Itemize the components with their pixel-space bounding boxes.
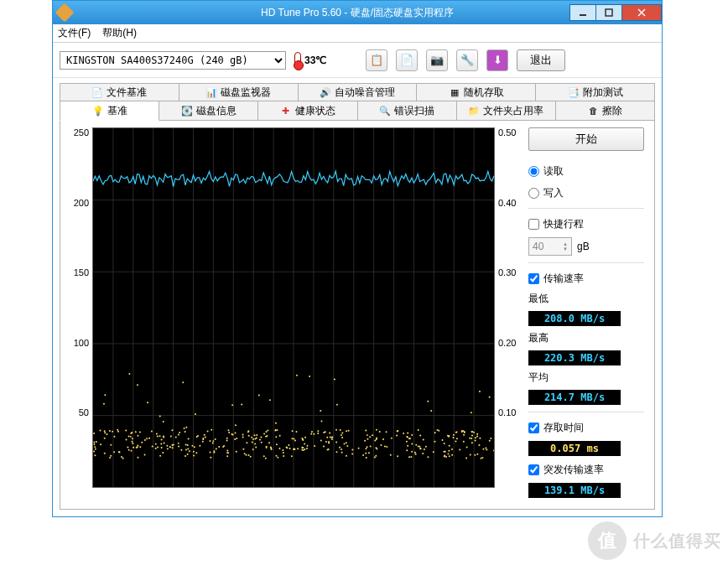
tab-aam[interactable]: 🔊自动噪音管理	[298, 83, 418, 101]
tab-folder-usage[interactable]: 📁文件夹占用率	[456, 101, 556, 121]
svg-point-421	[344, 443, 346, 445]
svg-point-308	[283, 452, 284, 454]
svg-point-368	[463, 441, 465, 443]
side-panel: 开始 读取 写入 快捷行程 40▲▼ gB 传输速率 最低 208.0 MB/s…	[525, 127, 647, 502]
tab-disk-info[interactable]: 💽磁盘信息	[159, 101, 258, 121]
tab-error-scan[interactable]: 🔍错误扫描	[357, 101, 457, 121]
svg-point-66	[442, 439, 444, 441]
svg-point-270	[430, 410, 432, 412]
svg-point-349	[157, 436, 159, 438]
svg-point-378	[188, 438, 190, 439]
svg-point-168	[485, 447, 486, 448]
copy-info-button[interactable]: 📋	[366, 49, 387, 71]
svg-point-85	[113, 451, 115, 453]
svg-point-127	[159, 435, 161, 437]
svg-point-144	[336, 404, 338, 406]
temperature-value: 33℃	[304, 54, 326, 66]
maximize-button[interactable]	[595, 4, 622, 21]
access-time-checkbox[interactable]	[528, 422, 539, 433]
svg-point-104	[346, 442, 347, 443]
svg-point-324	[419, 446, 421, 448]
svg-point-152	[403, 433, 404, 434]
svg-point-74	[187, 444, 189, 446]
svg-point-34	[369, 436, 371, 438]
thermometer-icon	[294, 52, 301, 69]
read-radio[interactable]	[528, 166, 539, 177]
svg-point-321	[456, 438, 458, 439]
menu-help[interactable]: 帮助(H)	[102, 26, 137, 40]
tab-file-benchmark[interactable]: 📄文件基准	[60, 83, 179, 101]
svg-point-215	[184, 428, 185, 429]
drive-select[interactable]: KINGSTON SA400S37240G (240 gB)	[60, 51, 286, 70]
svg-point-345	[271, 448, 273, 450]
short-stroke-unit: gB	[577, 241, 590, 252]
svg-point-398	[180, 449, 182, 451]
svg-point-360	[418, 446, 419, 448]
svg-point-414	[448, 450, 450, 452]
tab-benchmark[interactable]: 💡基准	[60, 101, 159, 121]
svg-point-336	[375, 455, 377, 457]
tab-row-1: 📄文件基准 📊磁盘监视器 🔊自动噪音管理 ▦随机存取 📑附加测试	[60, 83, 655, 101]
tab-extra-tests[interactable]: 📑附加测试	[535, 83, 655, 101]
svg-point-230	[469, 438, 471, 439]
screenshot-button[interactable]: 📷	[426, 49, 448, 71]
svg-point-364	[204, 434, 205, 436]
svg-point-410	[104, 430, 106, 432]
burst-rate-checkbox[interactable]	[528, 464, 539, 475]
write-radio[interactable]	[528, 188, 539, 199]
svg-point-149	[146, 438, 148, 439]
minimize-button[interactable]	[569, 4, 596, 21]
svg-point-146	[110, 455, 112, 457]
short-stroke-checkbox[interactable]	[528, 219, 539, 230]
svg-point-134	[419, 434, 421, 436]
tab-erase[interactable]: 🗑擦除	[555, 101, 655, 121]
svg-point-313	[334, 379, 335, 381]
transfer-rate-checkbox[interactable]	[528, 273, 539, 284]
app-window: HD Tune Pro 5.60 - 硬盘/固态硬盘实用程序 文件(F) 帮助(…	[52, 0, 663, 517]
svg-point-198	[328, 448, 330, 450]
copy-screenshot-button[interactable]: 📄	[396, 49, 418, 71]
close-button[interactable]	[621, 4, 662, 21]
svg-point-380	[490, 438, 491, 439]
svg-point-309	[476, 435, 478, 437]
svg-point-238	[216, 448, 217, 450]
svg-point-361	[231, 433, 232, 435]
svg-point-426	[476, 454, 478, 455]
svg-point-354	[265, 458, 267, 459]
svg-point-142	[323, 432, 325, 433]
svg-point-331	[479, 391, 481, 392]
svg-point-110	[471, 442, 473, 443]
exit-button[interactable]: 退出	[517, 49, 565, 71]
svg-point-194	[137, 457, 138, 459]
svg-point-299	[193, 455, 195, 457]
svg-point-89	[96, 441, 97, 443]
svg-point-377	[481, 458, 482, 459]
tab-random-access[interactable]: ▦随机存取	[416, 83, 536, 101]
start-button[interactable]: 开始	[528, 127, 644, 151]
svg-point-231	[433, 451, 434, 453]
titlebar[interactable]: HD Tune Pro 5.60 - 硬盘/固态硬盘实用程序	[53, 1, 662, 24]
svg-point-32	[210, 452, 211, 454]
svg-point-114	[370, 445, 372, 447]
menu-file[interactable]: 文件(F)	[58, 26, 91, 40]
svg-point-120	[346, 445, 348, 447]
svg-point-119	[222, 446, 224, 448]
svg-point-327	[449, 455, 450, 457]
svg-point-347	[93, 443, 95, 445]
svg-point-64	[167, 448, 169, 449]
save-button[interactable]: ⬇	[486, 49, 508, 71]
tab-health[interactable]: ✚健康状态	[257, 101, 357, 121]
svg-point-201	[263, 455, 265, 457]
svg-point-91	[144, 454, 146, 456]
svg-point-352	[139, 446, 141, 448]
svg-point-399	[127, 446, 128, 448]
svg-point-219	[169, 446, 171, 448]
svg-point-391	[155, 443, 157, 445]
options-button[interactable]: 🔧	[456, 49, 478, 71]
tab-disk-monitor[interactable]: 📊磁盘监视器	[179, 83, 299, 101]
svg-point-156	[247, 430, 249, 432]
svg-point-35	[263, 433, 265, 434]
watermark: 值 什么值得买	[588, 521, 721, 560]
short-stroke-spinner[interactable]: 40▲▼	[528, 237, 572, 256]
svg-point-366	[288, 444, 289, 446]
